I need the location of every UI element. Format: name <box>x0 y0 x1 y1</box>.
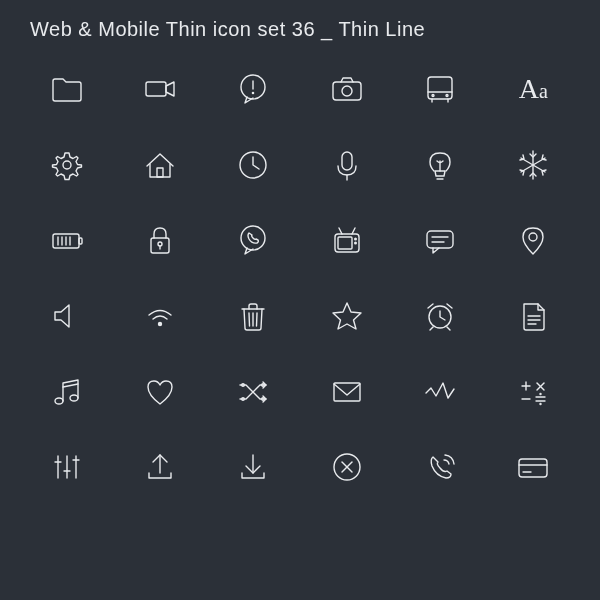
svg-rect-4 <box>333 82 361 100</box>
trash-icon <box>235 298 271 334</box>
typography-icon: Aa <box>519 73 548 105</box>
lock-icon <box>142 222 178 258</box>
lightbulb-icon <box>422 147 458 183</box>
phone-bubble-icon <box>235 222 271 258</box>
svg-line-53 <box>63 384 78 387</box>
snowflake-icon <box>515 147 551 183</box>
svg-line-42 <box>249 313 250 326</box>
wifi-icon <box>142 298 178 334</box>
battery-icon <box>49 222 85 258</box>
svg-point-3 <box>253 92 254 93</box>
alert-bubble-icon <box>235 71 271 107</box>
svg-point-8 <box>432 94 434 96</box>
svg-rect-0 <box>146 82 166 96</box>
svg-rect-23 <box>79 238 82 244</box>
svg-point-39 <box>529 233 537 241</box>
tv-icon <box>329 222 365 258</box>
svg-point-5 <box>342 86 352 96</box>
gear-icon <box>49 147 85 183</box>
speaker-icon <box>49 298 85 334</box>
download-icon <box>235 449 271 485</box>
mail-icon <box>329 374 365 410</box>
video-camera-icon <box>142 71 178 107</box>
heart-icon <box>142 374 178 410</box>
svg-point-66 <box>540 393 541 394</box>
alarm-clock-icon <box>422 298 458 334</box>
svg-line-44 <box>257 313 258 326</box>
credit-card-icon <box>515 449 551 485</box>
location-pin-icon <box>515 222 551 258</box>
shuffle-icon <box>235 374 271 410</box>
svg-rect-36 <box>427 231 453 248</box>
call-icon <box>422 449 458 485</box>
svg-rect-13 <box>157 168 163 177</box>
svg-rect-15 <box>342 152 352 170</box>
star-icon <box>329 298 365 334</box>
svg-point-12 <box>63 161 71 169</box>
svg-rect-79 <box>519 459 547 477</box>
chat-icon <box>422 222 458 258</box>
svg-line-47 <box>447 327 450 330</box>
upload-icon <box>142 449 178 485</box>
document-icon <box>515 298 551 334</box>
svg-point-9 <box>446 94 448 96</box>
close-circle-icon <box>329 449 365 485</box>
activity-icon <box>422 374 458 410</box>
svg-point-52 <box>70 395 78 401</box>
svg-point-51 <box>55 398 63 404</box>
microphone-icon <box>329 147 365 183</box>
page-title: Web & Mobile Thin icon set 36 _ Thin Lin… <box>0 0 600 51</box>
svg-point-34 <box>354 238 356 240</box>
svg-rect-33 <box>338 237 352 249</box>
music-note-icon <box>49 374 85 410</box>
bus-icon <box>422 71 458 107</box>
svg-rect-58 <box>334 383 360 401</box>
home-icon <box>142 147 178 183</box>
icon-grid: Aa <box>20 51 580 581</box>
svg-point-40 <box>158 322 161 325</box>
math-icon <box>515 374 551 410</box>
svg-point-35 <box>354 242 356 244</box>
clock-icon <box>235 147 271 183</box>
svg-point-67 <box>540 403 541 404</box>
folder-icon <box>49 71 85 107</box>
sliders-icon <box>49 449 85 485</box>
camera-icon <box>329 71 365 107</box>
svg-line-46 <box>430 327 433 330</box>
